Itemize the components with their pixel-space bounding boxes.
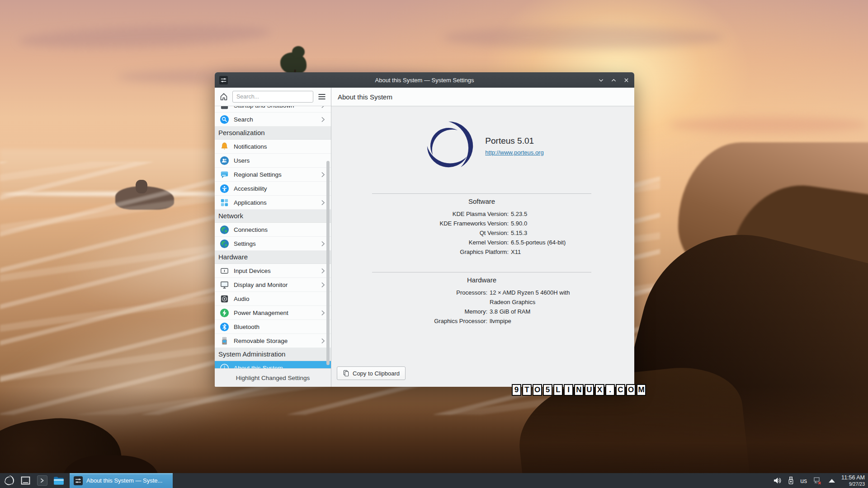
- keyboard-layout-indicator[interactable]: us: [800, 477, 807, 484]
- sidebar-scrollbar[interactable]: [326, 161, 330, 365]
- chevron-right-icon: [321, 267, 326, 274]
- watermark: 9TO5LINUX.COM: [512, 384, 646, 396]
- sidebar-item-bluetooth[interactable]: Bluetooth: [215, 320, 331, 334]
- audio-icon: [219, 294, 229, 304]
- sidebar-item-label: About this System: [234, 365, 326, 369]
- menu-icon[interactable]: [317, 92, 326, 101]
- bluetooth-icon: [219, 322, 229, 332]
- clock-time: 11:56 AM: [841, 474, 865, 481]
- watermark-tile: .: [605, 384, 615, 396]
- chevron-right-icon: [321, 281, 326, 288]
- clock[interactable]: 11:56 AM 9/27/23: [841, 474, 865, 487]
- copy-icon: [343, 370, 349, 377]
- removable-device-icon[interactable]: [788, 476, 794, 485]
- sidebar-item-accessibility[interactable]: Accessibility: [215, 182, 331, 196]
- sidebar-item-startup-and-shutdown[interactable]: Startup and Shutdown: [215, 106, 331, 113]
- watermark-tile: L: [553, 384, 563, 396]
- titlebar[interactable]: About this System — System Settings: [215, 72, 634, 88]
- search-icon: [219, 114, 229, 124]
- applications-icon: [219, 197, 229, 207]
- usb-icon: [219, 336, 229, 346]
- taskbar-task-about-this-system[interactable]: About this System — Syste...: [70, 473, 173, 488]
- sidebar-item-input-devices[interactable]: Input Devices: [215, 264, 331, 278]
- chevron-right-icon: [321, 337, 326, 344]
- sidebar-item-removable-storage[interactable]: Removable Storage: [215, 334, 331, 348]
- chevron-right-icon: [321, 171, 326, 178]
- info-value: 5.23.5: [511, 209, 591, 219]
- info-label: Graphics Platform:: [372, 247, 511, 257]
- sidebar-item-label: Settings: [234, 240, 316, 247]
- info-row: Graphics Processor:llvmpipe: [372, 316, 591, 326]
- watermark-tile: 9: [512, 384, 521, 396]
- distro-info: Porteus 5.01 http://www.porteus.org: [485, 136, 543, 156]
- sidebar-item-audio[interactable]: Audio: [215, 292, 331, 306]
- watermark-tile: N: [574, 384, 584, 396]
- input-icon: [219, 266, 229, 276]
- terminal-icon[interactable]: [36, 474, 48, 487]
- display-icon: [219, 280, 229, 290]
- sidebar-item-users[interactable]: Users: [215, 154, 331, 168]
- about-system-panel: Porteus 5.01 http://www.porteus.org Soft…: [331, 106, 634, 364]
- sidebar-item-regional-settings[interactable]: Regional Settings: [215, 168, 331, 182]
- distro-link[interactable]: http://www.porteus.org: [485, 149, 543, 156]
- sidebar-section-header: Personalization: [215, 127, 331, 140]
- copy-to-clipboard-button[interactable]: Copy to Clipboard: [337, 366, 406, 380]
- sidebar-item-about-this-system[interactable]: About this System: [215, 361, 331, 368]
- info-label: KDE Plasma Version:: [372, 209, 511, 219]
- info-row: Memory:3.8 GiB of RAM: [372, 307, 591, 316]
- home-icon[interactable]: [219, 92, 228, 101]
- info-label: Graphics Processor:: [372, 316, 490, 326]
- sidebar-item-display-and-monitor[interactable]: Display and Monitor: [215, 278, 331, 292]
- search-input[interactable]: [232, 91, 313, 103]
- file-manager-icon[interactable]: [52, 474, 65, 487]
- section-software: SoftwareKDE Plasma Version:5.23.5KDE Fra…: [372, 193, 591, 257]
- info-label: Memory:: [372, 307, 490, 316]
- info-label: Processors:: [372, 288, 490, 307]
- porteus-logo: [422, 118, 475, 174]
- sidebar-toolbar: [215, 88, 331, 106]
- tray-expand-arrow-icon[interactable]: [829, 479, 835, 483]
- window-controls: [598, 77, 630, 84]
- system-settings-icon: [219, 76, 228, 84]
- info-label: Qt Version:: [372, 228, 511, 238]
- chevron-right-icon: [321, 240, 326, 247]
- show-desktop-icon[interactable]: [19, 474, 32, 487]
- app-launcher-porteus-icon[interactable]: [2, 474, 15, 487]
- minimize-icon[interactable]: [598, 77, 604, 84]
- sidebar-item-notifications[interactable]: Notifications: [215, 140, 331, 154]
- sidebar-item-search[interactable]: Search: [215, 113, 331, 127]
- regional-icon: [219, 169, 229, 179]
- chevron-right-icon: [321, 116, 326, 123]
- watermark-tile: X: [595, 384, 604, 396]
- sidebar-section-header: System Administration: [215, 348, 331, 361]
- sidebar-item-settings[interactable]: Settings: [215, 237, 331, 251]
- watermark-tile: O: [626, 384, 636, 396]
- network-disconnected-icon[interactable]: [813, 477, 822, 485]
- info-value: 5.15.3: [511, 228, 591, 238]
- watermark-tile: I: [564, 384, 573, 396]
- sidebar-item-applications[interactable]: Applications: [215, 196, 331, 210]
- copy-button-label: Copy to Clipboard: [353, 370, 400, 377]
- info-value: 5.90.0: [511, 219, 591, 228]
- highlight-changed-settings-button[interactable]: Highlight Changed Settings: [215, 368, 331, 387]
- info-value: X11: [511, 247, 591, 257]
- close-icon[interactable]: [623, 77, 630, 84]
- sidebar-item-power-management[interactable]: Power Management: [215, 306, 331, 320]
- taskbar: About this System — Syste... us 11:56 AM…: [0, 473, 868, 488]
- sidebar-item-label: Notifications: [234, 143, 326, 150]
- globe-icon: [219, 225, 229, 235]
- sidebar-item-connections[interactable]: Connections: [215, 223, 331, 237]
- sidebar-item-label: Users: [234, 157, 326, 164]
- maximize-icon[interactable]: [610, 77, 617, 84]
- sidebar-item-label: Regional Settings: [234, 171, 316, 178]
- window-body: Startup and ShutdownSearchPersonalizatio…: [215, 88, 634, 387]
- volume-icon[interactable]: [773, 477, 782, 484]
- chevron-right-icon: [321, 309, 326, 316]
- info-row: Graphics Platform:X11: [372, 247, 591, 257]
- watermark-tile: T: [522, 384, 532, 396]
- info-label: Kernel Version:: [372, 238, 511, 247]
- accessibility-icon: [219, 183, 229, 193]
- desktop: About this System — System Settings: [0, 0, 868, 488]
- sidebar-section-header: Hardware: [215, 251, 331, 264]
- info-row: Processors:12 × AMD Ryzen 5 4600H with R…: [372, 288, 591, 307]
